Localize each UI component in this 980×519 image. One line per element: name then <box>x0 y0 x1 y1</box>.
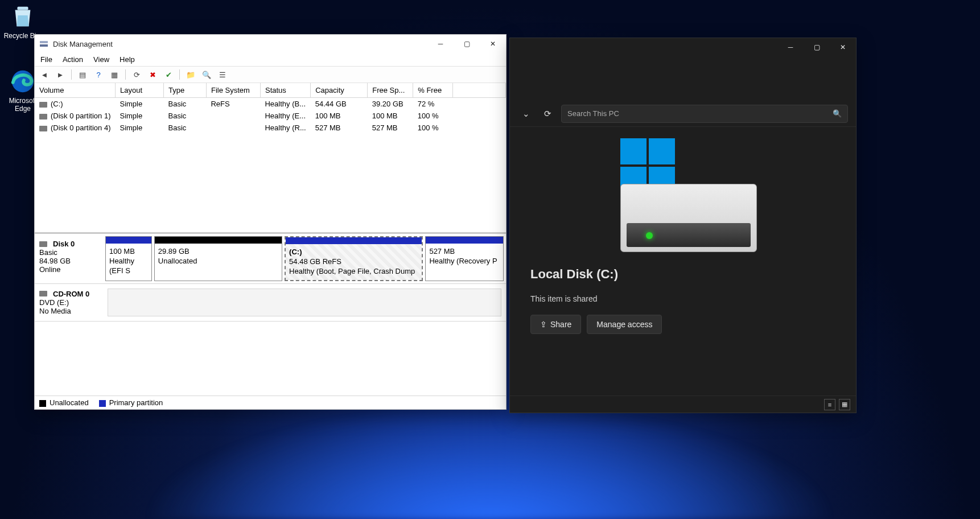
svg-rect-2 <box>40 41 48 43</box>
volume-icon <box>39 102 47 108</box>
legend-unallocated: Unallocated <box>39 398 89 407</box>
forward-button[interactable]: ► <box>54 68 67 81</box>
col-freespace[interactable]: Free Sp... <box>368 83 413 98</box>
delete-button[interactable]: ✖ <box>146 68 159 81</box>
disk-row[interactable]: CD-ROM 0 DVD (E:)No Media <box>35 284 506 322</box>
explorer-content: Local Disk (C:) This item is shared ⇪Sha… <box>510 127 856 396</box>
list-button[interactable]: ☰ <box>216 68 229 81</box>
folder-button[interactable]: 📁 <box>184 68 197 81</box>
drive-actions: ⇪Share Manage access <box>521 315 662 334</box>
disk-icon <box>39 241 47 247</box>
partition[interactable]: 100 MBHealthy (EFI S <box>105 236 152 281</box>
menu-action[interactable]: Action <box>63 55 83 64</box>
edge-icon <box>10 68 36 94</box>
address-bar-row: ⌄ ⟳ Search This PC 🔍 <box>510 101 856 127</box>
drive-shared-text: This item is shared <box>521 294 597 303</box>
wallpaper-bloom <box>142 405 837 519</box>
properties-button[interactable]: ▦ <box>108 68 121 81</box>
search-placeholder: Search This PC <box>567 109 619 118</box>
disk-management-icon <box>39 39 48 48</box>
recycle-bin-icon <box>10 3 36 30</box>
disk-partitions: 100 MBHealthy (EFI S29.89 GBUnallocated(… <box>103 234 506 283</box>
col-type[interactable]: Type <box>163 83 206 98</box>
col-volume[interactable]: Volume <box>35 83 115 98</box>
folder-search-button[interactable]: 🔍 <box>200 68 213 81</box>
toolbar-separator <box>125 69 126 80</box>
refresh-icon[interactable]: ⟳ <box>540 106 555 122</box>
volume-row[interactable]: (C:) SimpleBasicReFSHealthy (B...54.44 G… <box>35 98 506 110</box>
partition[interactable]: (C:)54.48 GB ReFSHealthy (Boot, Page Fil… <box>285 236 423 281</box>
maximize-button[interactable]: ▢ <box>804 38 830 56</box>
minimize-button[interactable]: ─ <box>427 35 454 53</box>
maximize-button[interactable]: ▢ <box>454 35 480 53</box>
volume-row[interactable]: (Disk 0 partition 4) SimpleBasicHealthy … <box>35 122 506 134</box>
refresh-button[interactable]: ⟳ <box>130 68 143 81</box>
drive-thumbnail[interactable] <box>609 138 757 252</box>
manage-access-button[interactable]: Manage access <box>587 315 662 334</box>
no-media <box>108 289 501 316</box>
col-status[interactable]: Status <box>260 83 310 98</box>
menu-view[interactable]: View <box>93 55 109 64</box>
volume-icon <box>39 126 47 131</box>
legend: Unallocated Primary partition <box>35 396 506 409</box>
column-headers[interactable]: Volume Layout Type File System Status Ca… <box>35 83 506 98</box>
disk-management-window: Disk Management ─ ▢ ✕ File Action View H… <box>34 34 507 410</box>
help-button[interactable]: ? <box>92 68 105 81</box>
window-controls: ─ ▢ ✕ <box>427 35 506 53</box>
titlebar[interactable]: ─ ▢ ✕ <box>510 38 856 56</box>
partition-unallocated[interactable]: 29.89 GBUnallocated <box>154 236 282 281</box>
back-button[interactable]: ◄ <box>38 68 51 81</box>
drive-title: Local Disk (C:) <box>521 267 618 282</box>
col-layout[interactable]: Layout <box>115 83 163 98</box>
close-button[interactable]: ✕ <box>830 38 856 56</box>
file-explorer-window: ─ ▢ ✕ ⌄ ⟳ Search This PC 🔍 Local Disk (C… <box>509 38 857 413</box>
col-pctfree[interactable]: % Free <box>413 83 453 98</box>
col-filesystem[interactable]: File System <box>206 83 260 98</box>
explorer-statusbar: ≡ ▦ <box>510 396 856 413</box>
window-title: Disk Management <box>53 40 113 48</box>
disk-row[interactable]: Disk 0 Basic84.98 GBOnline100 MBHealthy … <box>35 234 506 284</box>
volume-list[interactable]: Volume Layout Type File System Status Ca… <box>35 83 506 234</box>
col-spacer <box>453 83 506 98</box>
toolbar: ◄ ► ▤ ? ▦ ⟳ ✖ ✔ 📁 🔍 ☰ <box>35 66 506 83</box>
volume-row[interactable]: (Disk 0 partition 1) SimpleBasicHealthy … <box>35 110 506 122</box>
menu-help[interactable]: Help <box>120 55 135 64</box>
window-controls: ─ ▢ ✕ <box>777 38 856 56</box>
volume-icon <box>39 114 47 120</box>
search-icon: 🔍 <box>833 109 842 118</box>
share-icon: ⇪ <box>540 320 547 329</box>
icons-view-button[interactable]: ▦ <box>839 399 850 410</box>
search-input[interactable]: Search This PC 🔍 <box>561 105 848 123</box>
details-view-button[interactable]: ≡ <box>824 399 835 410</box>
toolbar-separator <box>179 69 180 80</box>
disk-label: Disk 0 Basic84.98 GBOnline <box>35 234 103 283</box>
minimize-button[interactable]: ─ <box>777 38 804 56</box>
col-capacity[interactable]: Capacity <box>311 83 368 98</box>
svg-rect-3 <box>40 44 48 47</box>
disk-label: CD-ROM 0 DVD (E:)No Media <box>35 284 103 321</box>
drive-icon <box>620 184 757 252</box>
menu-file[interactable]: File <box>40 55 52 64</box>
drive-led-icon <box>646 232 653 239</box>
show-hide-button[interactable]: ▤ <box>76 68 89 81</box>
disk-graphical-view[interactable]: Disk 0 Basic84.98 GBOnline100 MBHealthy … <box>35 234 506 396</box>
titlebar[interactable]: Disk Management ─ ▢ ✕ <box>35 35 506 53</box>
check-button[interactable]: ✔ <box>162 68 175 81</box>
menu-bar: File Action View Help <box>35 53 506 66</box>
disk-partitions <box>103 284 506 321</box>
toolbar-separator <box>71 69 72 80</box>
legend-primary: Primary partition <box>99 398 163 407</box>
close-button[interactable]: ✕ <box>480 35 506 53</box>
disk-icon <box>39 291 47 296</box>
partition[interactable]: 527 MBHealthy (Recovery P <box>425 236 504 281</box>
chevron-down-icon[interactable]: ⌄ <box>518 106 534 122</box>
svg-rect-0 <box>17 7 28 10</box>
share-button[interactable]: ⇪Share <box>530 315 581 334</box>
